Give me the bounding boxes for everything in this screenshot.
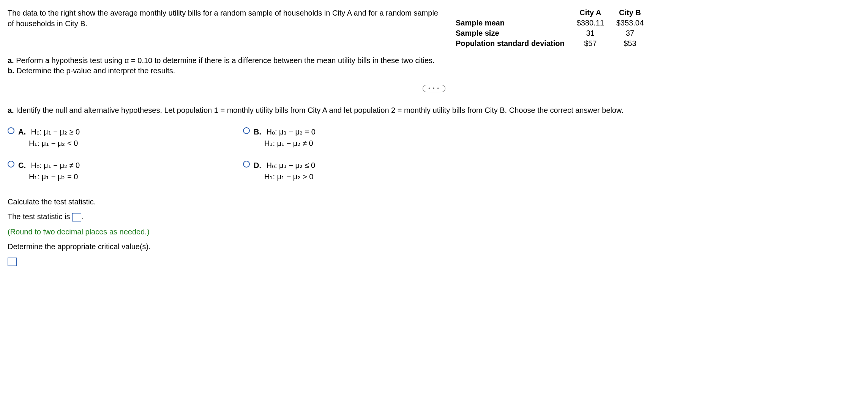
option-label: C.: [18, 160, 27, 171]
question-a-body: Identify the null and alternative hypoth…: [14, 106, 623, 114]
option-b-h1: H₁: μ₁ − μ₂ ≠ 0: [264, 139, 313, 147]
data-table: City A City B Sample mean $380.11 $353.0…: [456, 8, 650, 49]
option-d-h1: H₁: μ₁ − μ₂ > 0: [264, 172, 313, 181]
test-statistic-input[interactable]: [72, 213, 81, 221]
option-a[interactable]: A. H₀: μ₁ − μ₂ ≥ 0 H₁: μ₁ − μ₂ < 0: [8, 126, 228, 149]
row-val: $353.04: [610, 18, 650, 28]
option-d-h0: H₀: μ₁ − μ₂ ≤ 0: [267, 161, 316, 169]
option-d[interactable]: D. H₀: μ₁ − μ₂ ≤ 0 H₁: μ₁ − μ₂ > 0: [243, 160, 463, 182]
answer-options: A. H₀: μ₁ − μ₂ ≥ 0 H₁: μ₁ − μ₂ < 0 B. H₀…: [8, 126, 463, 182]
row-label-sample-size: Sample size: [456, 28, 571, 38]
row-label-pop-sd: Population standard deviation: [456, 38, 571, 49]
task-list: a. Perform a hypothesis test using α = 0…: [8, 56, 860, 75]
option-a-h1: H₁: μ₁ − μ₂ < 0: [29, 139, 78, 147]
test-stat-post: .: [81, 212, 84, 221]
row-label-sample-mean: Sample mean: [456, 18, 571, 28]
task-a-prefix: a.: [8, 56, 14, 65]
option-label: B.: [254, 126, 262, 138]
option-b-h0: H₀: μ₁ − μ₂ = 0: [267, 128, 316, 136]
option-a-h0: H₀: μ₁ − μ₂ ≥ 0: [31, 128, 80, 136]
task-b-prefix: b.: [8, 66, 14, 75]
critical-value-prompt: Determine the appropriate critical value…: [8, 242, 860, 251]
radio-b[interactable]: [243, 127, 250, 134]
problem-header: The data to the right show the average m…: [8, 8, 860, 49]
intro-text: The data to the right show the average m…: [8, 8, 440, 29]
option-c-h0: H₀: μ₁ − μ₂ ≠ 0: [31, 161, 80, 169]
row-val: $380.11: [571, 18, 610, 28]
table-row: Sample size 31 37: [456, 28, 650, 38]
option-label: A.: [18, 126, 27, 138]
row-val: $57: [571, 38, 610, 49]
radio-d[interactable]: [243, 161, 250, 168]
table-row: Sample mean $380.11 $353.04: [456, 18, 650, 28]
question-a-text: a. Identify the null and alternative hyp…: [8, 106, 860, 115]
row-val: 31: [571, 28, 610, 38]
table-header-blank: [456, 8, 571, 18]
test-stat-pre: The test statistic is: [8, 212, 72, 221]
row-val: $53: [610, 38, 650, 49]
critical-value-line: [8, 257, 860, 266]
option-label: D.: [254, 160, 262, 171]
table-row: Population standard deviation $57 $53: [456, 38, 650, 49]
question-a-prefix: a.: [8, 106, 14, 114]
rounding-hint: (Round to two decimal places as needed.): [8, 228, 860, 236]
expand-toggle[interactable]: • • •: [423, 85, 445, 92]
test-stat-line: The test statistic is .: [8, 212, 860, 221]
task-a-text: Perform a hypothesis test using α = 0.10…: [14, 56, 435, 65]
table-header-city-a: City A: [571, 8, 610, 18]
table-header-city-b: City B: [610, 8, 650, 18]
radio-a[interactable]: [8, 127, 14, 134]
calc-test-stat-prompt: Calculate the test statistic.: [8, 198, 860, 206]
option-c-h1: H₁: μ₁ − μ₂ = 0: [29, 172, 78, 181]
option-b[interactable]: B. H₀: μ₁ − μ₂ = 0 H₁: μ₁ − μ₂ ≠ 0: [243, 126, 463, 149]
option-c[interactable]: C. H₀: μ₁ − μ₂ ≠ 0 H₁: μ₁ − μ₂ = 0: [8, 160, 228, 182]
radio-c[interactable]: [8, 161, 14, 168]
row-val: 37: [610, 28, 650, 38]
task-b-text: Determine the p-value and interpret the …: [14, 66, 175, 75]
critical-value-input[interactable]: [8, 258, 17, 266]
